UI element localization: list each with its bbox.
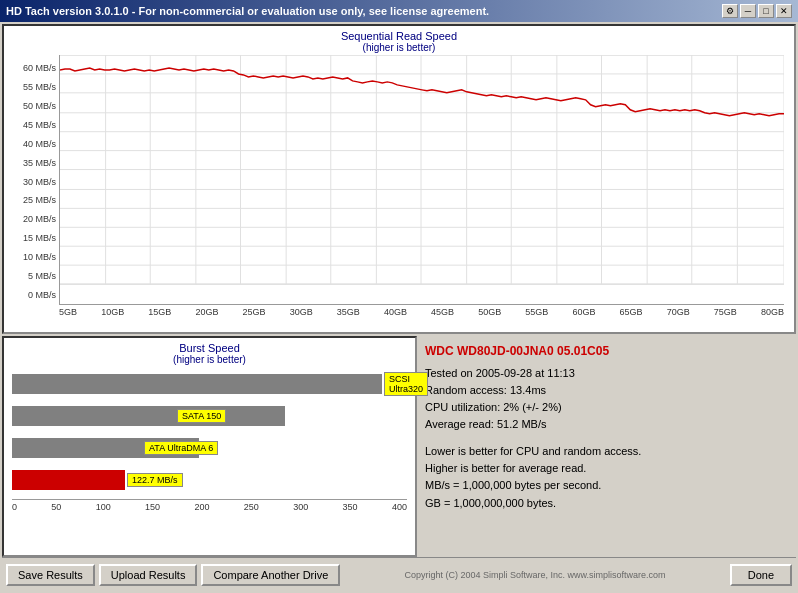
save-results-button[interactable]: Save Results	[6, 564, 95, 586]
burst-chart-title: Burst Speed	[8, 342, 411, 354]
bottom-area: Burst Speed (higher is better) SCSI Ultr…	[2, 336, 796, 557]
seq-chart-svg	[60, 55, 784, 304]
burst-bar-ata: ATA UltraDMA 6	[12, 435, 407, 461]
title-bar: HD Tach version 3.0.1.0 - For non-commer…	[0, 0, 798, 22]
done-button[interactable]: Done	[730, 564, 792, 586]
cpu-util: CPU utilization: 2% (+/- 2%)	[425, 399, 790, 416]
x-axis: 5GB 10GB 15GB 20GB 25GB 30GB 35GB 40GB 4…	[59, 305, 784, 317]
window-controls: ⚙ ─ □ ✕	[722, 4, 792, 18]
burst-chart-subtitle: (higher is better)	[8, 354, 411, 365]
status-bar: Save Results Upload Results Compare Anot…	[2, 557, 796, 591]
main-content: Sequential Read Speed (higher is better)…	[0, 22, 798, 593]
maximize-button[interactable]: □	[758, 4, 774, 18]
burst-label-ata: ATA UltraDMA 6	[144, 441, 218, 455]
close-button[interactable]: ✕	[776, 4, 792, 18]
upload-results-button[interactable]: Upload Results	[99, 564, 198, 586]
seq-chart-area	[59, 55, 784, 305]
tested-on: Tested on 2005-09-28 at 11:13	[425, 365, 790, 382]
note4: GB = 1,000,000,000 bytes.	[425, 495, 790, 512]
note1: Lower is better for CPU and random acces…	[425, 443, 790, 460]
note2: Higher is better for average read.	[425, 460, 790, 477]
seq-chart-title: Sequential Read Speed	[4, 26, 794, 42]
window-title: HD Tach version 3.0.1.0 - For non-commer…	[6, 5, 489, 17]
burst-bar-scsi: SCSI Ultra320	[12, 371, 407, 397]
copyright-text: Copyright (C) 2004 Simpli Software, Inc.…	[344, 570, 725, 580]
settings-button[interactable]: ⚙	[722, 4, 738, 18]
burst-speed-panel: Burst Speed (higher is better) SCSI Ultr…	[2, 336, 417, 557]
burst-bar-sata: SATA 150	[12, 403, 407, 429]
seq-chart-subtitle: (higher is better)	[4, 42, 794, 53]
burst-label-sata: SATA 150	[177, 409, 226, 423]
sequential-read-chart-panel: Sequential Read Speed (higher is better)…	[2, 24, 796, 334]
burst-label-scsi: SCSI Ultra320	[384, 372, 428, 396]
random-access: Random access: 13.4ms	[425, 382, 790, 399]
avg-read: Average read: 51.2 MB/s	[425, 416, 790, 433]
burst-label-actual: 122.7 MB/s	[127, 473, 183, 487]
burst-bar-actual: 122.7 MB/s	[12, 467, 407, 493]
drive-name: WDC WD80JD-00JNA0 05.01C05	[425, 342, 790, 361]
compare-another-drive-button[interactable]: Compare Another Drive	[201, 564, 340, 586]
y-axis: 0 MB/s 5 MB/s 10 MB/s 15 MB/s 20 MB/s 25…	[4, 63, 59, 300]
minimize-button[interactable]: ─	[740, 4, 756, 18]
burst-x-axis: 0 50 100 150 200 250 300 350 400	[12, 499, 407, 512]
note3: MB/s = 1,000,000 bytes per second.	[425, 477, 790, 494]
info-panel: WDC WD80JD-00JNA0 05.01C05 Tested on 200…	[419, 336, 796, 557]
status-bar-buttons: Save Results Upload Results Compare Anot…	[6, 564, 340, 586]
